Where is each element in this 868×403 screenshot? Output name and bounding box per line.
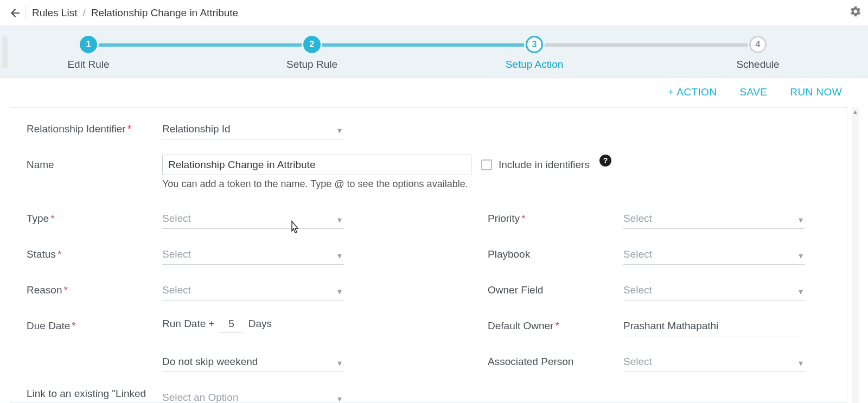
linked-object-select[interactable]: Select an Option ▾ — [162, 387, 344, 402]
default-owner-label: Default Owner* — [488, 316, 623, 332]
breadcrumb-bar: Rules List / Relationship Change in Attr… — [0, 0, 868, 26]
due-date-days-input[interactable] — [220, 316, 243, 332]
relationship-identifier-label: Relationship Identifier* — [27, 119, 162, 135]
help-icon[interactable]: ? — [599, 155, 611, 167]
stepper: 1 Edit Rule 2 Setup Rule 3 Setup Action … — [0, 26, 868, 78]
due-date-suffix: Days — [248, 318, 272, 330]
due-date-label: Due Date* — [27, 316, 162, 332]
chevron-down-icon: ▾ — [337, 394, 342, 402]
step-edit-rule[interactable]: 1 Edit Rule — [29, 36, 148, 71]
gear-icon[interactable] — [850, 5, 861, 20]
associated-person-select[interactable]: Select ▾ — [623, 351, 805, 372]
step-badge: 2 — [303, 36, 321, 53]
chevron-down-icon: ▾ — [799, 286, 803, 297]
default-owner-field[interactable]: Prashant Mathapathi — [623, 316, 805, 336]
step-schedule[interactable]: 4 Schedule — [698, 36, 818, 71]
step-badge: 1 — [80, 36, 97, 53]
form-panel: Relationship Identifier* Relationship Id… — [10, 107, 847, 403]
step-badge: 4 — [749, 36, 767, 53]
scrollbar[interactable] — [852, 107, 859, 403]
playbook-label: Playbook — [488, 244, 623, 260]
panel-drag-handle[interactable] — [2, 36, 8, 68]
type-label: Type* — [27, 208, 162, 225]
scroll-up-arrow-icon[interactable]: ▲ — [852, 108, 858, 115]
relationship-identifier-select[interactable]: Relationship Id ▾ — [162, 119, 344, 139]
breadcrumb-current: Relationship Change in Attribute — [91, 7, 238, 19]
step-label: Schedule — [698, 59, 818, 71]
chevron-down-icon: ▾ — [799, 215, 803, 225]
add-action-button[interactable]: + ACTION — [668, 86, 717, 98]
step-setup-action[interactable]: 3 Setup Action — [475, 36, 594, 71]
run-now-button[interactable]: RUN NOW — [790, 86, 842, 98]
step-setup-rule[interactable]: 2 Setup Rule — [252, 36, 372, 71]
save-button[interactable]: SAVE — [739, 86, 767, 98]
chevron-down-icon: ▾ — [337, 251, 342, 261]
step-label: Setup Rule — [252, 59, 372, 71]
back-arrow-icon[interactable] — [7, 5, 22, 21]
type-select[interactable]: Select ▾ — [162, 208, 344, 229]
chevron-down-icon: ▾ — [337, 358, 342, 368]
include-identifiers-checkbox[interactable] — [481, 159, 492, 170]
playbook-select[interactable]: Select ▾ — [623, 244, 805, 265]
status-label: Status* — [27, 244, 162, 260]
due-date-prefix: Run Date + — [162, 318, 215, 330]
chevron-down-icon: ▾ — [799, 358, 803, 368]
action-row: + ACTION SAVE RUN NOW — [0, 78, 868, 106]
step-badge: 3 — [526, 36, 543, 53]
spacer — [27, 351, 162, 356]
chevron-down-icon: ▾ — [337, 125, 342, 136]
name-hint: You can add a token to the name. Type @ … — [162, 178, 499, 190]
name-input[interactable] — [162, 155, 471, 175]
owner-field-label: Owner Field — [488, 280, 623, 296]
chevron-down-icon: ▾ — [337, 286, 342, 297]
priority-select[interactable]: Select ▾ — [623, 208, 805, 229]
breadcrumb-root[interactable]: Rules List — [32, 7, 77, 19]
step-label: Setup Action — [475, 59, 594, 71]
chevron-down-icon: ▾ — [337, 215, 342, 225]
include-identifiers-label: Include in identifiers — [499, 159, 590, 171]
status-select[interactable]: Select ▾ — [162, 244, 344, 265]
weekend-rule-select[interactable]: Do not skip weekend ▾ — [162, 351, 344, 372]
breadcrumb-separator: / — [82, 7, 85, 19]
owner-field-select[interactable]: Select ▾ — [623, 280, 805, 300]
step-label: Edit Rule — [29, 59, 148, 71]
reason-select[interactable]: Select ▾ — [162, 280, 344, 300]
chevron-down-icon: ▾ — [799, 251, 803, 261]
reason-label: Reason* — [27, 280, 162, 296]
divider — [25, 6, 25, 20]
associated-person-label: Associated Person — [488, 351, 623, 368]
name-label: Name — [27, 155, 162, 171]
priority-label: Priority* — [488, 208, 623, 225]
linked-object-label: Link to an existing "Linked Object" — [27, 387, 162, 402]
